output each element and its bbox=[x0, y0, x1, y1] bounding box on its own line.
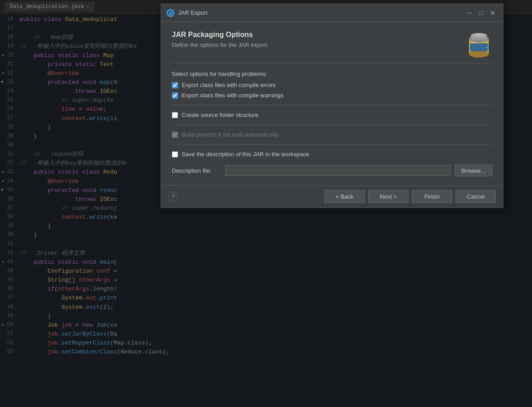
separator-3 bbox=[172, 144, 492, 145]
jar-export-dialog: J JAR Export ─ □ ✕ JAR Packaging Options… bbox=[161, 4, 503, 208]
checkbox-save-description-label[interactable]: Save the description of this JAR in the … bbox=[182, 151, 309, 158]
checkbox-row-compile-warnings: Export class files with compile warnings bbox=[172, 92, 492, 99]
svg-rect-9 bbox=[476, 33, 482, 36]
checkbox-row-save-description: Save the description of this JAR in the … bbox=[172, 151, 492, 158]
separator-1 bbox=[172, 105, 492, 105]
svg-point-4 bbox=[469, 50, 489, 58]
browse-button[interactable]: Browse... bbox=[455, 165, 492, 176]
checkbox-compile-errors[interactable] bbox=[172, 82, 178, 88]
checkbox-save-description[interactable] bbox=[172, 151, 178, 158]
checkbox-build-projects bbox=[172, 132, 178, 138]
close-button[interactable]: ✕ bbox=[488, 8, 498, 18]
minimize-button[interactable]: ─ bbox=[465, 8, 474, 18]
checkbox-row-source-folder: Create source folder structure bbox=[172, 112, 492, 118]
checkbox-compile-errors-label[interactable]: Export class files with compile errors bbox=[182, 82, 275, 88]
description-file-input[interactable] bbox=[225, 165, 450, 176]
dialog-section-subtitle: Define the options for the JAR export. bbox=[172, 42, 269, 48]
dialog-titlebar: J JAR Export ─ □ ✕ bbox=[161, 4, 503, 22]
next-button[interactable]: Next > bbox=[368, 190, 408, 203]
checkbox-source-folder-label[interactable]: Create source folder structure bbox=[182, 112, 258, 118]
jar-icon-area bbox=[466, 31, 492, 58]
titlebar-controls: ─ □ ✕ bbox=[465, 8, 498, 18]
svg-rect-10 bbox=[470, 43, 488, 51]
checkbox-build-projects-label: Build projects if not built automaticall… bbox=[182, 131, 278, 138]
checkbox-row-compile-errors: Export class files with compile errors bbox=[172, 82, 492, 88]
section-label: Select options for handling problems: bbox=[172, 71, 492, 77]
dialog-section-title: JAR Packaging Options bbox=[172, 31, 269, 39]
jar-title-icon: J bbox=[166, 9, 175, 17]
cancel-button[interactable]: Cancel bbox=[456, 190, 496, 203]
checkbox-compile-warnings[interactable] bbox=[172, 92, 178, 99]
maximize-button[interactable]: □ bbox=[476, 8, 486, 18]
dialog-footer: ? < Back Next > Finish Cancel bbox=[161, 185, 503, 208]
checkbox-row-build-projects: Build projects if not built automaticall… bbox=[172, 131, 492, 138]
separator-2 bbox=[172, 125, 492, 125]
checkbox-compile-warnings-label[interactable]: Export class files with compile warnings bbox=[182, 92, 283, 99]
help-button[interactable]: ? bbox=[168, 192, 178, 202]
description-file-row: Description file: Browse... bbox=[172, 165, 492, 176]
dialog-header-section: JAR Packaging Options Define the options… bbox=[172, 31, 492, 63]
dialog-overlay: J JAR Export ─ □ ✕ JAR Packaging Options… bbox=[0, 0, 532, 407]
checkbox-source-folder[interactable] bbox=[172, 112, 178, 118]
dialog-body: JAR Packaging Options Define the options… bbox=[161, 22, 503, 185]
footer-buttons: < Back Next > Finish Cancel bbox=[324, 190, 496, 203]
finish-button[interactable]: Finish bbox=[412, 190, 452, 203]
jar-icon-svg bbox=[466, 31, 492, 60]
description-file-label: Description file: bbox=[172, 167, 221, 174]
svg-text:J: J bbox=[170, 11, 172, 16]
dialog-title-text: JAR Export bbox=[178, 9, 461, 16]
back-button[interactable]: < Back bbox=[324, 190, 365, 203]
dialog-header-text: JAR Packaging Options Define the options… bbox=[172, 31, 269, 48]
